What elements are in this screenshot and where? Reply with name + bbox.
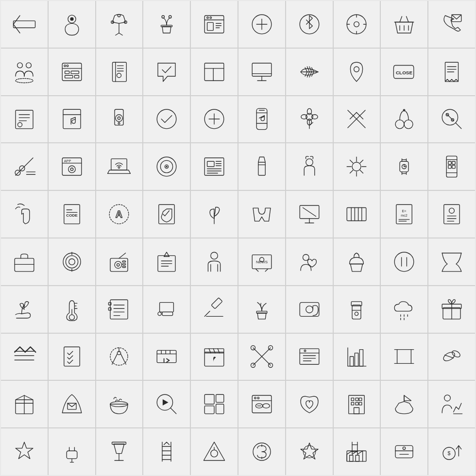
icon-pause-circle[interactable] (381, 238, 427, 285)
icon-power-plug[interactable] (49, 428, 95, 475)
icon-money-up[interactable]: $ (428, 428, 475, 475)
icon-plant-hand[interactable] (1, 286, 48, 333)
icon-employee[interactable] (428, 381, 475, 427)
icon-music-book[interactable] (49, 96, 95, 143)
icon-thermometer[interactable] (49, 286, 95, 333)
icon-location-pin[interactable] (334, 49, 380, 95)
icon-scissors-ruler[interactable] (1, 143, 48, 190)
icon-pill-bottle[interactable] (334, 286, 380, 333)
icon-search-play[interactable] (143, 381, 190, 427)
icon-add-circle[interactable] (238, 1, 285, 48)
icon-newspaper[interactable] (191, 143, 238, 190)
icon-briefcase[interactable] (1, 238, 48, 285)
icon-matryoshka[interactable] (49, 1, 95, 48)
icon-bluetooth[interactable] (286, 1, 333, 48)
icon-gavel[interactable] (191, 286, 238, 333)
icon-factory[interactable] (334, 428, 380, 475)
icon-target-settings[interactable] (49, 238, 95, 285)
icon-email-at[interactable] (286, 286, 333, 333)
icon-plant-pot[interactable] (143, 1, 190, 48)
icon-chef[interactable] (286, 143, 333, 190)
icon-design-tools[interactable] (191, 381, 238, 427)
icon-vinyl[interactable] (143, 143, 190, 190)
icon-certificate[interactable] (1, 96, 48, 143)
icon-receipt[interactable] (428, 49, 475, 95)
icon-coin-cycle[interactable] (238, 428, 285, 475)
icon-radiator[interactable] (334, 191, 380, 238)
icon-browser[interactable] (191, 1, 238, 48)
icon-pill-phone[interactable] (238, 96, 285, 143)
icon-phone-mail[interactable] (428, 1, 475, 48)
icon-package-box[interactable] (1, 381, 48, 427)
icon-star-award[interactable] (286, 428, 333, 475)
icon-wifi-laptop[interactable] (96, 143, 143, 190)
icon-ship[interactable] (381, 381, 427, 427)
icon-font-design[interactable]: A (96, 191, 143, 238)
icon-touch-gesture[interactable] (1, 191, 48, 238)
icon-noodle-bowl[interactable] (96, 381, 143, 427)
icon-sprout[interactable] (191, 191, 238, 238)
icon-worker[interactable] (191, 238, 238, 285)
icon-cherries[interactable] (381, 96, 427, 143)
icon-world-news[interactable] (286, 334, 333, 380)
icon-gift-box[interactable] (428, 286, 475, 333)
icon-formula-note[interactable]: E=mc2 (381, 191, 427, 238)
icon-notebook[interactable] (96, 49, 143, 95)
icon-browser2[interactable] (238, 381, 285, 427)
icon-app-store[interactable] (428, 143, 475, 190)
icon-plant-pot2[interactable] (238, 286, 285, 333)
icon-flower[interactable] (286, 96, 333, 143)
icon-percent-search[interactable] (428, 96, 475, 143)
icon-code-file[interactable]: CODE (49, 191, 95, 238)
icon-clapperboard[interactable] (191, 334, 238, 380)
icon-close-tag[interactable]: CLOSE (381, 49, 427, 95)
icon-building[interactable] (334, 381, 380, 427)
icon-layout[interactable] (191, 49, 238, 95)
icon-radio[interactable] (96, 238, 143, 285)
icon-pills[interactable] (428, 334, 475, 380)
icon-chat-check[interactable] (143, 49, 190, 95)
icon-bones-cross[interactable] (238, 334, 285, 380)
icon-document-list[interactable] (96, 286, 143, 333)
icon-checklist[interactable] (49, 334, 95, 380)
icon-app-settings[interactable]: APP (49, 143, 95, 190)
icon-back-arrow[interactable] (1, 1, 48, 48)
icon-people-heart[interactable] (286, 238, 333, 285)
icon-fish-skeleton[interactable] (286, 49, 333, 95)
icon-world-people[interactable] (1, 49, 48, 95)
icon-dashboard[interactable] (49, 49, 95, 95)
icon-ladder-up[interactable] (143, 428, 190, 475)
icon-pen-tool[interactable] (96, 1, 143, 48)
icon-heart-shield[interactable] (286, 381, 333, 427)
icon-cupcake[interactable] (334, 238, 380, 285)
icon-smartwatch[interactable] (381, 143, 427, 190)
icon-desktop-monitor[interactable] (286, 191, 333, 238)
icon-crop-frame[interactable] (381, 334, 427, 380)
icon-mail-mountain[interactable] (49, 381, 95, 427)
icon-monitor-stand[interactable] (238, 49, 285, 95)
icon-underwear[interactable] (238, 191, 285, 238)
icon-monitor-desk[interactable] (143, 286, 190, 333)
icon-settings-phone[interactable] (96, 96, 143, 143)
icon-bar-chart[interactable] (334, 334, 380, 380)
icon-resume[interactable] (428, 191, 475, 238)
icon-lamp-table[interactable] (96, 428, 143, 475)
icon-grad-certificate[interactable] (143, 238, 190, 285)
icon-discount-tag[interactable] (381, 428, 427, 475)
icon-speed-lines[interactable] (1, 334, 48, 380)
icon-shield-doc[interactable] (143, 191, 190, 238)
icon-sword[interactable] (334, 96, 380, 143)
icon-plus-circle[interactable] (191, 96, 238, 143)
icon-warning-bio[interactable] (191, 428, 238, 475)
icon-shopping-basket[interactable] (381, 1, 427, 48)
icon-settings-circle[interactable] (334, 1, 380, 48)
icon-curtain[interactable] (428, 238, 475, 285)
icon-cloud-snow[interactable] (381, 286, 427, 333)
icon-news-broadcast[interactable]: NEWS (238, 238, 285, 285)
icon-pencil-compass[interactable] (96, 334, 143, 380)
icon-video-edit[interactable] (143, 334, 190, 380)
icon-fireworks[interactable] (334, 143, 380, 190)
icon-check-circle[interactable] (143, 96, 190, 143)
icon-sheriff-star[interactable] (1, 428, 48, 475)
icon-cream-tube[interactable] (238, 143, 285, 190)
